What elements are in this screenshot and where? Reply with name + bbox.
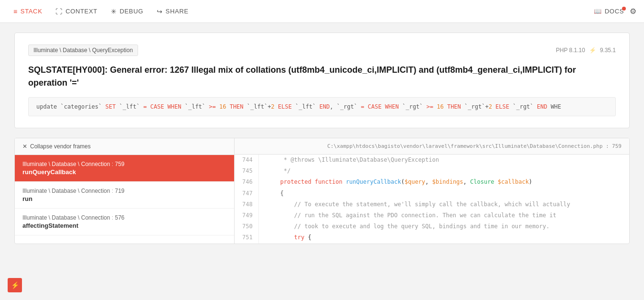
nav-context[interactable]: ⛶ CONTEXT xyxy=(50,5,103,18)
line-number-745: 745 xyxy=(235,166,259,177)
stack-panel: ✕ Collapse vendor frames Illuminate \ Da… xyxy=(15,138,235,244)
code-file-path: C:\xampp\htdocs\bagisto\vendor\laravel\f… xyxy=(235,138,629,155)
stack-label: STACK xyxy=(21,8,43,15)
sql-preview: update `categories` SET `_lft` = CASE WH… xyxy=(28,97,616,116)
php-version: PHP 8.1.10 xyxy=(556,47,585,54)
code-line-748: 748 // To execute the statement, we'll s… xyxy=(235,199,629,210)
line-number-749: 749 xyxy=(235,210,259,221)
line-content-748: // To execute the statement, we'll simpl… xyxy=(259,199,578,210)
close-icon: ✕ xyxy=(22,143,27,150)
ignition-icon: ⚡ xyxy=(589,47,596,54)
docs-button[interactable]: 📖 DOCS xyxy=(594,8,624,15)
debug-label: DEBUG xyxy=(119,8,143,15)
nav-items-left: ≡ STACK ⛶ CONTEXT ✳ DEBUG ↪ SHARE xyxy=(8,5,194,18)
nav-stack[interactable]: ≡ STACK xyxy=(8,5,48,18)
code-line-750: 750 // took to execute and log the query… xyxy=(235,221,629,232)
code-line-745: 745 */ xyxy=(235,166,629,177)
code-line-744: 744 * @throws \Illuminate\Database\Query… xyxy=(235,155,629,166)
stack-frame-0[interactable]: Illuminate \ Database \ Connection : 759… xyxy=(15,155,234,182)
error-card: Illuminate \ Database \ QueryException P… xyxy=(14,33,630,128)
main-content: Illuminate \ Database \ QueryException P… xyxy=(0,23,644,254)
code-line-749: 749 // run the SQL against the PDO conne… xyxy=(235,210,629,221)
line-content-750: // took to execute and log the query SQL… xyxy=(259,221,557,232)
line-content-745: */ xyxy=(259,166,299,177)
ignition-version: 9.35.1 xyxy=(600,47,616,54)
line-content-744: * @throws \Illuminate\Database\QueryExce… xyxy=(259,155,447,166)
code-line-747: 747 { xyxy=(235,188,629,199)
settings-button[interactable]: ⚙ xyxy=(630,7,636,16)
line-number-751: 751 xyxy=(235,232,259,243)
line-number-748: 748 xyxy=(235,199,259,210)
frame-class-1: Illuminate \ Database \ Connection : 719 xyxy=(22,188,226,194)
code-line-746: 746 protected function runQueryCallback(… xyxy=(235,177,629,188)
line-number-747: 747 xyxy=(235,188,259,199)
docs-notification-badge xyxy=(622,7,626,11)
line-number-750: 750 xyxy=(235,221,259,232)
collapse-vendor-button[interactable]: ✕ Collapse vendor frames xyxy=(15,138,234,155)
bottom-section: ✕ Collapse vendor frames Illuminate \ Da… xyxy=(14,138,630,244)
code-line-751: 751 try { xyxy=(235,232,629,243)
line-content-751: try { xyxy=(259,232,319,243)
php-info: PHP 8.1.10 ⚡ 9.35.1 xyxy=(556,47,616,54)
nav-debug[interactable]: ✳ DEBUG xyxy=(105,5,149,18)
line-content-749: // run the SQL against the PDO connectio… xyxy=(259,210,564,221)
line-content-746: protected function runQueryCallback($que… xyxy=(259,177,540,188)
line-number-746: 746 xyxy=(235,177,259,188)
error-message: SQLSTATE[HY000]: General error: 1267 Ill… xyxy=(28,64,616,89)
line-number-744: 744 xyxy=(235,155,259,166)
stack-frame-1[interactable]: Illuminate \ Database \ Connection : 719… xyxy=(15,182,234,209)
stack-frame-2[interactable]: Illuminate \ Database \ Connection : 576… xyxy=(15,209,234,235)
nav-share[interactable]: ↪ SHARE xyxy=(151,5,194,18)
code-panel: C:\xampp\htdocs\bagisto\vendor\laravel\f… xyxy=(235,138,629,244)
nav-items-right: 📖 DOCS ⚙ xyxy=(594,7,636,16)
error-card-header: Illuminate \ Database \ QueryException P… xyxy=(28,44,616,56)
debug-icon: ✳ xyxy=(111,8,117,15)
share-icon: ↪ xyxy=(157,8,163,15)
top-navigation: ≡ STACK ⛶ CONTEXT ✳ DEBUG ↪ SHARE 📖 DOCS… xyxy=(0,0,644,23)
frame-method-2: affectingStatement xyxy=(22,222,226,229)
code-block: 744 * @throws \Illuminate\Database\Query… xyxy=(235,155,629,244)
exception-class: Illuminate \ Database \ QueryException xyxy=(28,44,138,56)
context-icon: ⛶ xyxy=(55,8,63,15)
share-label: SHARE xyxy=(166,8,189,15)
frame-class-0: Illuminate \ Database \ Connection : 759 xyxy=(22,161,226,167)
frame-method-0: runQueryCallback xyxy=(22,168,226,176)
context-label: CONTEXT xyxy=(65,8,97,15)
stack-icon: ≡ xyxy=(13,8,18,15)
frame-method-1: run xyxy=(22,195,226,202)
docs-icon: 📖 xyxy=(594,8,602,15)
line-content-747: { xyxy=(259,188,291,199)
collapse-vendor-label: Collapse vendor frames xyxy=(30,143,91,150)
docs-label: DOCS xyxy=(605,8,624,15)
frame-class-2: Illuminate \ Database \ Connection : 576 xyxy=(22,214,226,221)
